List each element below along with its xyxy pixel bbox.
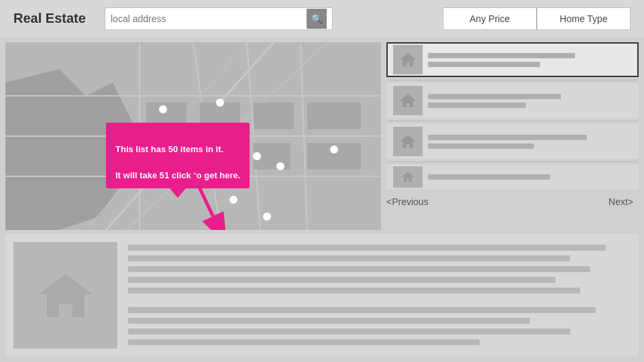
- tooltip-line1: This list has 50 items in it.: [115, 144, 223, 154]
- item-content: [428, 94, 632, 108]
- search-input[interactable]: [111, 13, 307, 24]
- detail-section: [5, 234, 639, 357]
- svg-rect-16: [254, 103, 294, 129]
- item-content: [428, 135, 632, 149]
- tooltip-box: This list has 50 items in it. It will ta…: [106, 123, 250, 188]
- home-icon: [393, 127, 423, 156]
- price-filter-button[interactable]: Any Price: [443, 7, 537, 30]
- home-icon: [393, 166, 423, 188]
- svg-point-29: [330, 145, 338, 154]
- svg-point-20: [159, 105, 167, 113]
- header-filters: Any Price Home Type: [443, 7, 631, 30]
- svg-point-23: [216, 99, 224, 107]
- previous-button[interactable]: <Previous: [386, 196, 429, 207]
- app-title: Real Estate: [13, 11, 94, 26]
- svg-point-22: [253, 152, 261, 160]
- detail-content: [128, 242, 631, 349]
- listing-item[interactable]: [386, 124, 639, 159]
- map-container[interactable]: This list has 50 items in it. It will ta…: [5, 42, 381, 230]
- search-button[interactable]: 🔍: [307, 9, 327, 29]
- svg-rect-18: [307, 103, 361, 129]
- tooltip-overlay: This list has 50 items in it. It will ta…: [106, 123, 250, 198]
- home-type-filter-button[interactable]: Home Type: [537, 7, 631, 30]
- home-icon: [393, 86, 423, 115]
- tooltip-arrow: [106, 188, 250, 198]
- svg-point-27: [263, 213, 271, 221]
- header: Real Estate 🔍 Any Price Home Type: [0, 0, 644, 37]
- main-content: This list has 50 items in it. It will ta…: [0, 37, 644, 362]
- item-content: [428, 53, 632, 67]
- svg-line-31: [193, 174, 220, 230]
- listing-item[interactable]: [386, 165, 639, 189]
- big-arrow-icon: [186, 171, 227, 230]
- home-icon: [393, 45, 423, 74]
- pagination: <Previous Next>: [386, 192, 639, 212]
- item-content: [428, 174, 632, 180]
- listing-item[interactable]: [386, 42, 639, 77]
- listing-panel: <Previous Next>: [386, 37, 644, 231]
- detail-image: [13, 242, 117, 349]
- top-section: This list has 50 items in it. It will ta…: [0, 37, 644, 231]
- svg-point-28: [276, 162, 284, 170]
- listing-item[interactable]: [386, 83, 639, 118]
- next-button[interactable]: Next>: [608, 196, 633, 207]
- search-bar: 🔍: [105, 7, 333, 30]
